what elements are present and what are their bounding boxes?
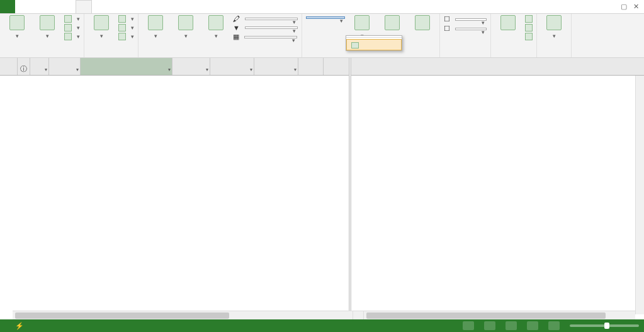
predec-header[interactable] — [298, 58, 324, 75]
highlight-combo[interactable] — [245, 18, 298, 20]
view-shortcut-2[interactable] — [484, 321, 495, 330]
window-opt2[interactable] — [525, 24, 533, 31]
ribbon: 🖍 ▼ ▦ ☐ ☐ — [0, 14, 644, 58]
menu-bar: ▢ ✕ — [0, 0, 644, 14]
status-newtasks[interactable]: ⚡ — [15, 322, 24, 330]
filter-combo[interactable] — [245, 26, 298, 29]
highlight-row: 🖍 — [233, 15, 298, 23]
selected-tasks-button[interactable] — [409, 15, 436, 31]
tab-format[interactable] — [92, 0, 107, 13]
timescale-icon — [351, 42, 359, 49]
horizontal-scrollbar[interactable] — [13, 311, 635, 319]
outline-header[interactable]: ▾ — [49, 58, 81, 75]
window-opt3[interactable] — [525, 33, 533, 40]
macros-button[interactable] — [541, 15, 567, 39]
team-planner-button[interactable] — [88, 15, 115, 39]
timescale-option-dlg[interactable] — [346, 39, 402, 50]
rownum-header[interactable] — [0, 58, 18, 75]
start-header[interactable]: ▾ — [210, 58, 254, 75]
other-views2-button[interactable] — [118, 33, 134, 40]
tab-view[interactable] — [76, 0, 92, 13]
new-window-button[interactable] — [495, 15, 521, 31]
view-shortcut-1[interactable] — [463, 321, 474, 330]
timescale-combo[interactable] — [306, 16, 345, 19]
status-bar: ⚡ — [0, 319, 644, 332]
task-grid — [0, 76, 644, 326]
taskmode-header[interactable]: ▾ — [30, 58, 49, 75]
filter-row: ▼ — [233, 24, 298, 31]
vertical-scrollbar[interactable] — [635, 76, 644, 314]
group-macros-label — [541, 56, 567, 57]
group-window-label — [495, 56, 533, 57]
timeline-check[interactable]: ☐ — [444, 15, 487, 23]
details-check[interactable]: ☐ — [444, 25, 487, 33]
tab-file[interactable] — [0, 0, 15, 13]
outline-button[interactable] — [172, 15, 199, 39]
tables-button[interactable] — [203, 15, 229, 39]
group-zoom-label — [306, 56, 436, 57]
info-header[interactable]: ⓘ — [18, 58, 30, 75]
groupby-row: ▦ — [233, 33, 298, 41]
view-shortcut-3[interactable] — [506, 321, 517, 330]
groupby-combo[interactable] — [244, 36, 297, 38]
calendar-button[interactable] — [64, 24, 80, 31]
window-opt1[interactable] — [525, 15, 533, 23]
entire-project-button[interactable] — [379, 15, 405, 31]
group-data-label — [142, 56, 298, 57]
finish-header[interactable]: ▾ — [254, 58, 298, 75]
gantt-chart-button[interactable] — [4, 15, 30, 39]
tab-resource[interactable] — [30, 0, 45, 13]
other-views-button[interactable] — [64, 33, 80, 40]
help-icon[interactable]: ✕ — [633, 3, 639, 11]
timescale-header[interactable] — [351, 58, 644, 76]
split-handle[interactable] — [349, 58, 351, 311]
resource-sheet-button[interactable] — [118, 24, 134, 31]
sort-button[interactable] — [142, 15, 169, 39]
task-usage-button[interactable] — [34, 15, 60, 39]
timescale-dropdown — [346, 35, 402, 51]
network-diagram-button[interactable] — [64, 15, 80, 23]
taskname-header[interactable]: ▾ — [81, 58, 172, 75]
view-shortcut-4[interactable] — [527, 321, 538, 330]
group-resourceviews-label — [88, 56, 134, 57]
zoom-slider[interactable] — [570, 324, 639, 327]
duration-header[interactable]: ▾ — [172, 58, 210, 75]
group-splitview-label — [444, 56, 487, 57]
tab-report[interactable] — [45, 0, 60, 13]
tab-project[interactable] — [60, 0, 76, 13]
resource-usage-button[interactable] — [118, 15, 134, 23]
view-shortcut-5[interactable] — [548, 321, 560, 330]
group-taskviews-label — [4, 56, 80, 57]
tab-task[interactable] — [15, 0, 30, 13]
ribbon-collapse-icon[interactable]: ▢ — [621, 3, 627, 11]
